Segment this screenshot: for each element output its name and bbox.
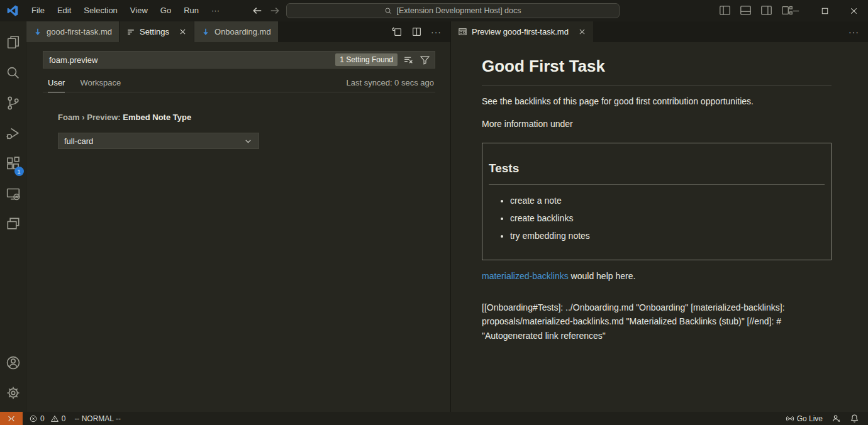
menu-file[interactable]: File: [25, 0, 51, 21]
ref-line: proposals/materialized-backlinks.md "Mat…: [482, 314, 832, 329]
tab-label: Settings: [140, 27, 169, 36]
chevron-down-icon: [243, 136, 253, 146]
manage-gear-icon[interactable]: [0, 378, 26, 408]
extensions-badge: 1: [14, 167, 24, 176]
go-live-button[interactable]: Go Live: [786, 414, 823, 423]
more-actions-icon[interactable]: ···: [431, 27, 442, 37]
vim-mode-label: -- NORMAL --: [74, 414, 121, 423]
nav-back-icon[interactable]: [251, 4, 264, 17]
close-tab-icon[interactable]: [179, 28, 187, 36]
menu-view[interactable]: View: [124, 0, 154, 21]
tab-good-first-task[interactable]: good-first-task.md: [26, 21, 120, 42]
select-value: full-card: [64, 136, 93, 146]
title-bar: File Edit Selection View Go Run ··· [Ext…: [0, 0, 868, 21]
embedded-note-title: Tests: [489, 160, 825, 185]
tab-preview-good-first-task[interactable]: Preview good-first-task.md: [451, 21, 594, 42]
split-editor-icon[interactable]: [411, 26, 422, 37]
preview-paragraph: See the backlinks of this page for good …: [482, 95, 832, 108]
preview-paragraph: materialized-backlinks would help here.: [482, 270, 832, 283]
command-center-label: [Extension Development Host] docs: [396, 6, 521, 15]
settings-count-badge: 1 Setting Found: [335, 53, 398, 66]
source-control-icon[interactable]: [0, 88, 26, 118]
problems-indicator[interactable]: 0 0: [29, 414, 65, 423]
search-view-icon[interactable]: [0, 58, 26, 88]
materialized-backlinks-link[interactable]: materialized-backlinks: [482, 271, 569, 281]
preview-paragraph: More information under: [482, 118, 832, 131]
embedded-note-list: create a note create backlinks try embed…: [489, 194, 825, 243]
settings-tune-icon: [126, 28, 135, 36]
settings-search-value: foam.preview: [49, 55, 97, 65]
ref-line: [[Onboarding#Tests]: ../Onboarding.md "O…: [482, 301, 832, 315]
toggle-secondary-sidebar-icon[interactable]: [760, 4, 772, 16]
link-references-block: [[Onboarding#Tests]: ../Onboarding.md "O…: [482, 301, 832, 343]
list-item: create a note: [510, 194, 825, 207]
setting-name: Embed Note Type: [123, 113, 191, 122]
search-icon: [384, 7, 392, 15]
accounts-icon[interactable]: [0, 348, 26, 378]
vscode-window: File Edit Selection View Go Run ··· [Ext…: [0, 0, 868, 425]
clear-search-filters-icon[interactable]: [403, 55, 414, 65]
remote-explorer-icon[interactable]: [0, 179, 26, 209]
markdown-preview-pane: Good First Task See the backlinks of thi…: [451, 42, 868, 343]
setting-item: Foam › Preview: Embed Note Type full-car…: [58, 113, 435, 149]
tab-settings[interactable]: Settings: [120, 21, 194, 42]
tab-label: good-first-task.md: [47, 27, 112, 36]
broadcast-icon: [786, 414, 794, 423]
go-live-label: Go Live: [797, 414, 823, 423]
left-tab-bar: good-first-task.md Settings: [26, 21, 450, 42]
activity-bar: 1: [0, 21, 26, 412]
tab-label: Onboarding.md: [214, 27, 271, 36]
explorer-icon[interactable]: [0, 28, 26, 58]
feedback-icon[interactable]: [832, 414, 841, 423]
run-debug-icon[interactable]: [0, 118, 26, 148]
scope-user[interactable]: User: [48, 78, 65, 92]
preview-editor-actions: ···: [849, 21, 868, 42]
markdown-file-icon: [33, 28, 42, 36]
extensions-icon[interactable]: 1: [0, 148, 26, 179]
close-window-button[interactable]: [839, 0, 868, 21]
vim-mode-indicator[interactable]: -- NORMAL --: [74, 414, 121, 423]
tab-label: Preview good-first-task.md: [472, 27, 569, 36]
status-bar: 0 0 -- NORMAL -- Go Live: [0, 412, 868, 425]
embedded-note-card: Tests create a note create backlinks try…: [482, 143, 832, 260]
maximize-button[interactable]: [810, 0, 839, 21]
setting-title: Foam › Preview: Embed Note Type: [58, 113, 435, 122]
toggle-sidebar-icon[interactable]: [719, 4, 731, 16]
remote-indicator[interactable]: [0, 412, 23, 425]
list-item: try embedding notes: [510, 229, 825, 243]
command-center-search[interactable]: [Extension Development Host] docs: [286, 3, 620, 18]
menu-overflow[interactable]: ···: [205, 0, 226, 21]
warnings-icon: [50, 414, 59, 423]
editor-layouts-icon[interactable]: [0, 209, 26, 239]
tab-onboarding[interactable]: Onboarding.md: [194, 21, 279, 42]
toggle-panel-icon[interactable]: [740, 4, 752, 16]
right-tab-bar: Preview good-first-task.md ···: [451, 21, 868, 42]
filter-settings-icon[interactable]: [420, 55, 430, 65]
open-settings-json-icon[interactable]: [392, 26, 403, 37]
settings-scope-tabs: User Workspace Last synced: 0 secs ago: [43, 77, 435, 92]
editor-group-left: good-first-task.md Settings: [26, 21, 450, 412]
notifications-bell-icon[interactable]: [850, 414, 859, 423]
settings-editor: foam.preview 1 Setting Found User: [26, 42, 450, 149]
menu-go[interactable]: Go: [154, 0, 177, 21]
preview-title: Good First Task: [482, 54, 832, 86]
editor-actions: ···: [392, 21, 450, 42]
setting-category: Foam › Preview:: [58, 113, 123, 122]
settings-search-input[interactable]: foam.preview 1 Setting Found: [43, 51, 435, 69]
menu-bar: File Edit Selection View Go Run ···: [25, 0, 226, 21]
settings-search-actions: [403, 55, 430, 65]
markdown-preview-icon: [458, 27, 467, 36]
embed-note-type-select[interactable]: full-card: [58, 133, 259, 149]
nav-forward-icon[interactable]: [269, 4, 281, 17]
menu-selection[interactable]: Selection: [77, 0, 123, 21]
link-suffix: would help here.: [569, 271, 636, 281]
close-tab-icon[interactable]: [578, 28, 586, 36]
menu-edit[interactable]: Edit: [51, 0, 77, 21]
last-synced-label: Last synced: 0 secs ago: [347, 78, 434, 92]
menu-run[interactable]: Run: [177, 0, 205, 21]
minimize-button[interactable]: [781, 0, 810, 21]
errors-count: 0: [40, 414, 45, 423]
ref-line: "Autogenerated link references": [482, 329, 832, 343]
scope-workspace[interactable]: Workspace: [80, 78, 121, 92]
more-actions-icon[interactable]: ···: [849, 27, 859, 37]
